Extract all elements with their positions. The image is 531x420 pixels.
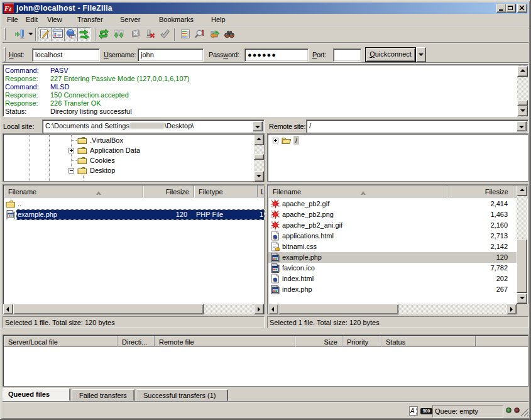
svg-text:Fz: Fz <box>4 4 12 12</box>
